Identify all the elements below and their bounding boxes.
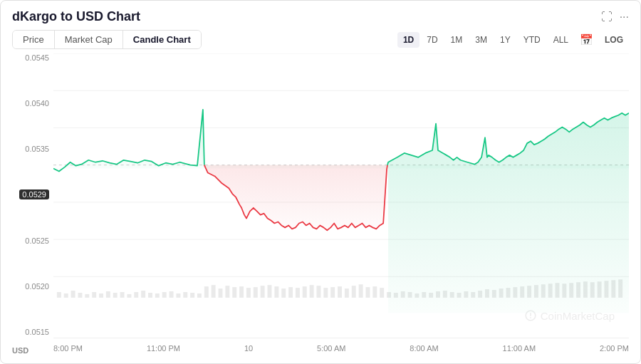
svg-rect-37 bbox=[261, 286, 265, 298]
svg-rect-53 bbox=[372, 286, 377, 298]
svg-rect-36 bbox=[254, 287, 258, 298]
svg-rect-49 bbox=[345, 288, 349, 298]
tab-marketcap[interactable]: Market Cap bbox=[55, 31, 123, 48]
timefilter-1m[interactable]: 1M bbox=[445, 32, 469, 48]
svg-rect-26 bbox=[183, 292, 187, 298]
x-label-11pm: 11:00 PM bbox=[147, 344, 180, 353]
svg-rect-21 bbox=[148, 293, 152, 298]
svg-rect-47 bbox=[330, 287, 335, 298]
time-group: 1D 7D 1M 3M 1Y YTD ALL 📅 LOG bbox=[397, 31, 629, 49]
log-button[interactable]: LOG bbox=[599, 32, 629, 48]
timefilter-1y[interactable]: 1Y bbox=[494, 32, 516, 48]
svg-rect-19 bbox=[134, 292, 138, 298]
usd-label: USD bbox=[12, 346, 28, 355]
svg-rect-46 bbox=[323, 288, 328, 298]
x-label-5am: 5:00 AM bbox=[317, 344, 345, 353]
svg-rect-38 bbox=[268, 285, 272, 298]
svg-rect-9 bbox=[64, 293, 68, 298]
price-chart-svg bbox=[53, 53, 629, 313]
x-label-10: 10 bbox=[244, 344, 253, 353]
svg-rect-42 bbox=[296, 288, 300, 298]
y-label-0515: 0.0515 bbox=[25, 328, 49, 336]
y-label-0540: 0.0540 bbox=[25, 99, 49, 108]
svg-rect-27 bbox=[190, 293, 194, 298]
svg-rect-31 bbox=[219, 288, 223, 298]
svg-rect-24 bbox=[170, 291, 174, 298]
svg-rect-11 bbox=[78, 293, 82, 298]
svg-rect-12 bbox=[85, 294, 89, 298]
chart-container: dKargo to USD Chart ⛶ ··· Price Market C… bbox=[0, 0, 641, 364]
x-label-8pm: 8:00 PM bbox=[53, 344, 83, 353]
svg-rect-54 bbox=[380, 288, 384, 298]
svg-rect-52 bbox=[365, 287, 370, 298]
svg-rect-22 bbox=[155, 293, 160, 298]
y-label-0520: 0.0520 bbox=[25, 282, 49, 291]
svg-rect-48 bbox=[338, 286, 342, 298]
svg-rect-41 bbox=[288, 287, 293, 298]
svg-rect-23 bbox=[162, 292, 167, 298]
more-icon[interactable]: ··· bbox=[620, 11, 629, 24]
svg-rect-30 bbox=[212, 285, 216, 298]
calendar-icon[interactable]: 📅 bbox=[575, 31, 598, 49]
tab-candlechart[interactable]: Candle Chart bbox=[123, 31, 201, 48]
svg-rect-17 bbox=[120, 292, 125, 298]
y-label-0525: 0.0525 bbox=[25, 236, 49, 245]
watermark-text: CoinMarketCap bbox=[541, 310, 615, 322]
svg-rect-33 bbox=[232, 287, 236, 298]
tab-group: Price Market Cap Candle Chart bbox=[12, 30, 202, 49]
svg-rect-18 bbox=[127, 294, 131, 298]
svg-rect-32 bbox=[225, 286, 229, 298]
svg-rect-15 bbox=[106, 291, 110, 298]
timefilter-ytd[interactable]: YTD bbox=[518, 32, 546, 48]
x-label-2pm: 2:00 PM bbox=[600, 344, 629, 353]
expand-icon[interactable]: ⛶ bbox=[601, 11, 613, 24]
svg-rect-45 bbox=[317, 286, 321, 298]
y-axis: 0.0545 0.0540 0.0535 0.0529 0.0525 0.052… bbox=[12, 53, 53, 336]
coinmarketcap-watermark: CoinMarketCap bbox=[524, 309, 615, 322]
controls-row: Price Market Cap Candle Chart 1D 7D 1M 3… bbox=[12, 30, 629, 49]
chart-area: 0.0545 0.0540 0.0535 0.0529 0.0525 0.052… bbox=[12, 53, 629, 358]
svg-rect-35 bbox=[246, 288, 251, 298]
svg-rect-39 bbox=[274, 286, 278, 298]
svg-rect-20 bbox=[141, 291, 145, 298]
svg-rect-44 bbox=[310, 285, 314, 298]
chart-title: dKargo to USD Chart bbox=[12, 9, 140, 24]
svg-rect-50 bbox=[352, 286, 356, 298]
y-label-0535: 0.0535 bbox=[25, 145, 49, 153]
svg-rect-34 bbox=[239, 286, 244, 298]
header-row: dKargo to USD Chart ⛶ ··· bbox=[12, 9, 629, 24]
header-icons: ⛶ ··· bbox=[601, 11, 629, 24]
svg-rect-40 bbox=[281, 288, 286, 298]
svg-rect-10 bbox=[71, 291, 75, 298]
timefilter-1d[interactable]: 1D bbox=[397, 32, 419, 48]
tab-price[interactable]: Price bbox=[13, 31, 55, 48]
x-label-8am: 8:00 AM bbox=[410, 344, 438, 353]
timefilter-3m[interactable]: 3M bbox=[469, 32, 493, 48]
svg-rect-28 bbox=[197, 293, 202, 298]
x-label-11am: 11:00 AM bbox=[503, 344, 536, 353]
svg-rect-16 bbox=[113, 293, 118, 298]
y-label-0529: 0.0529 bbox=[19, 189, 49, 199]
svg-rect-51 bbox=[359, 284, 363, 298]
svg-rect-14 bbox=[99, 293, 103, 298]
y-label-0545: 0.0545 bbox=[25, 53, 49, 62]
svg-rect-13 bbox=[92, 292, 96, 298]
x-axis: 8:00 PM 11:00 PM 10 5:00 AM 8:00 AM 11:0… bbox=[53, 338, 629, 358]
svg-rect-43 bbox=[303, 286, 307, 298]
timefilter-7d[interactable]: 7D bbox=[421, 32, 443, 48]
svg-rect-8 bbox=[57, 292, 61, 298]
svg-rect-25 bbox=[176, 293, 180, 298]
timefilter-all[interactable]: ALL bbox=[548, 32, 574, 48]
svg-rect-29 bbox=[204, 286, 209, 298]
